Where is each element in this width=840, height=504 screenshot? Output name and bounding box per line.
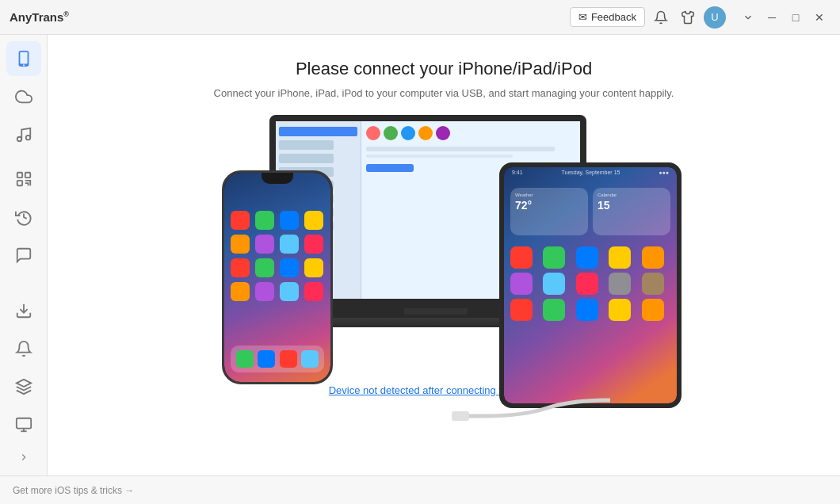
svg-point-2 (23, 64, 25, 66)
tablet-widget-1: Weather 72° (510, 188, 588, 235)
sidebar-item-download[interactable] (6, 293, 41, 328)
feedback-label: Feedback (591, 11, 636, 23)
feedback-button[interactable]: ✉ Feedback (570, 7, 645, 27)
sidebar-item-phone[interactable] (6, 41, 41, 76)
maximize-button[interactable]: □ (785, 6, 807, 29)
page-subtitle: Connect your iPhone, iPad, iPod to your … (214, 87, 674, 99)
svg-rect-7 (17, 181, 21, 185)
tablet-device: 9:41 Tuesday, September 15 ●●● Weather 7… (499, 162, 682, 408)
app-logo: AnyTrans® (10, 10, 69, 24)
titlebar-right: ✉ Feedback U ─ □ ✕ (570, 6, 830, 29)
device-illustration: 9:41 Tuesday, September 15 ●●● Weather 7… (206, 115, 682, 376)
minimize-button[interactable]: ─ (761, 6, 783, 29)
tips-link[interactable]: Get more iOS tips & tricks → (13, 485, 134, 496)
app-trademark: ® (63, 10, 69, 18)
sidebar-expand-button[interactable] (6, 445, 41, 469)
phone-device (222, 170, 333, 384)
svg-rect-12 (452, 411, 469, 421)
sidebar-item-message[interactable] (6, 238, 41, 273)
svg-point-4 (25, 136, 30, 140)
phone-screen (224, 173, 330, 382)
avatar[interactable]: U (704, 6, 726, 29)
footer: Get more iOS tips & tricks → (0, 475, 840, 504)
phone-dock (231, 346, 324, 372)
tablet-widget-2: Calendar 15 (593, 188, 670, 235)
sidebar-item-bell[interactable] (6, 331, 41, 366)
feedback-icon: ✉ (578, 11, 587, 23)
svg-rect-9 (16, 418, 30, 429)
sidebar (0, 35, 48, 475)
svg-point-3 (17, 137, 21, 142)
tablet-screen: 9:41 Tuesday, September 15 ●●● Weather 7… (504, 167, 677, 403)
svg-rect-1 (20, 52, 27, 64)
tablet-widgets: Weather 72° Calendar 15 (504, 181, 677, 242)
app-name: AnyTrans (10, 10, 63, 24)
close-button[interactable]: ✕ (808, 6, 830, 29)
sidebar-item-appstore[interactable] (6, 369, 41, 404)
window-controls: ─ □ ✕ (737, 6, 830, 29)
usb-cable (452, 392, 610, 424)
page-title: Please connect your iPhone/iPad/iPod (296, 59, 592, 79)
sidebar-item-screen[interactable] (6, 407, 41, 442)
sidebar-item-history[interactable] (6, 200, 41, 235)
sidebar-item-cloud[interactable] (6, 79, 41, 114)
phone-app-grid (224, 204, 330, 307)
shirt-icon[interactable] (677, 6, 699, 29)
svg-rect-6 (25, 173, 29, 178)
sidebar-item-transfer[interactable] (6, 162, 41, 197)
titlebar: AnyTrans® ✉ Feedback U ─ □ ✕ (0, 0, 840, 35)
main-content: Please connect your iPhone/iPad/iPod Con… (48, 35, 840, 475)
notification-icon[interactable] (650, 6, 672, 29)
tablet-app-grid (504, 242, 677, 326)
sidebar-item-music[interactable] (6, 117, 41, 152)
svg-rect-5 (17, 173, 21, 178)
main-layout: Please connect your iPhone/iPad/iPod Con… (0, 35, 840, 475)
chevron-down-icon[interactable] (737, 6, 759, 29)
tablet-status-bar: 9:41 Tuesday, September 15 ●●● (504, 167, 677, 181)
phone-notch (262, 173, 293, 184)
